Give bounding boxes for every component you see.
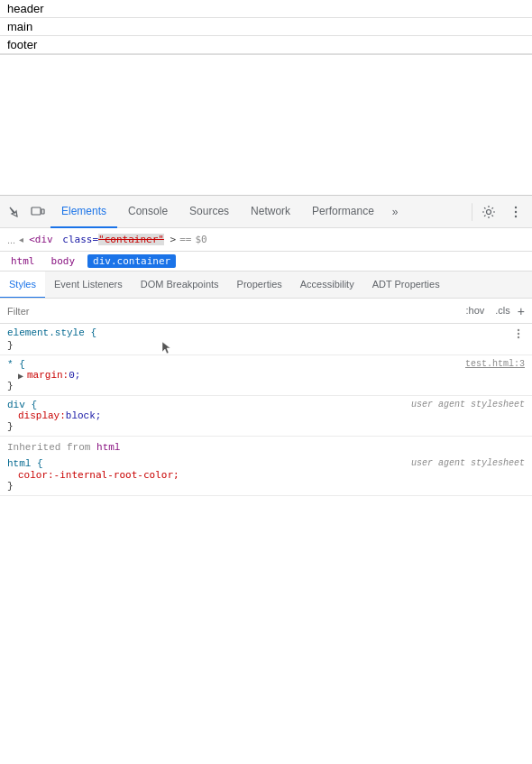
rule-header-div: div { user agent stylesheet xyxy=(7,400,525,410)
css-rule-star: * { test.html:3 ▶ margin: 0; } xyxy=(0,355,532,396)
bc-html[interactable]: html xyxy=(7,253,39,269)
breadcrumb-row2: html body div.container xyxy=(0,252,532,272)
breadcrumb-class-value: "container" xyxy=(98,234,164,245)
svg-point-8 xyxy=(518,336,519,338)
devtools-panel: Elements Console Sources Network Perform… xyxy=(0,195,532,496)
selector-star[interactable]: * { xyxy=(7,359,25,370)
css-rule-div: div { user agent stylesheet display: blo… xyxy=(0,396,532,437)
expand-margin-icon[interactable]: ▶ xyxy=(18,371,27,380)
breadcrumb-class-attr: class= xyxy=(57,234,98,245)
svg-point-2 xyxy=(487,209,491,214)
devtools-tabs: Elements Console Sources Network Perform… xyxy=(50,196,472,228)
devtools-breadcrumb: ... ◂ <div class= "container" > == $0 xyxy=(0,228,532,252)
tab-console[interactable]: Console xyxy=(117,196,179,228)
tab-network[interactable]: Network xyxy=(240,196,301,228)
svg-point-3 xyxy=(515,206,517,207)
svg-rect-0 xyxy=(32,207,41,215)
selector-div[interactable]: div { xyxy=(7,400,37,410)
filter-buttons: :hov .cls + xyxy=(463,304,525,318)
settings-separator xyxy=(472,203,472,221)
cursor-pointer xyxy=(161,341,171,358)
empty-area xyxy=(0,55,532,195)
inspect-icon[interactable] xyxy=(4,201,25,223)
rule-close-html: } xyxy=(7,481,14,492)
styles-panel: :hov .cls + element.style { xyxy=(0,299,532,496)
rule-header-html: html { user agent stylesheet xyxy=(7,458,525,469)
page-footer-label: footer xyxy=(0,36,532,54)
toolbar-right-icons xyxy=(472,201,528,223)
tab-sources[interactable]: Sources xyxy=(179,196,240,228)
cls-button[interactable]: .cls xyxy=(491,304,514,318)
breadcrumb-ellipsis: ... xyxy=(7,235,15,245)
prop-value-margin[interactable]: 0; xyxy=(69,370,80,381)
ua-label-div: user agent stylesheet xyxy=(411,400,525,410)
subtab-event-listeners[interactable]: Event Listeners xyxy=(45,272,132,299)
rule-header-star: * { test.html:3 xyxy=(7,359,525,370)
rule-close-div: } xyxy=(7,421,14,432)
breadcrumb-div-close: > xyxy=(164,234,176,245)
svg-point-6 xyxy=(518,329,519,331)
breadcrumb-arrow: ◂ xyxy=(19,235,23,244)
breadcrumb-dollar: $0 xyxy=(195,234,206,245)
css-rule-element-style: element.style { } xyxy=(0,324,532,355)
svg-point-7 xyxy=(518,333,519,335)
bc-div-container[interactable]: div.container xyxy=(87,254,176,268)
svg-point-5 xyxy=(515,215,517,216)
prop-value-color[interactable]: -internal-root-color; xyxy=(54,469,179,481)
rule-header-element-style: element.style { xyxy=(7,327,525,340)
bc-body[interactable]: body xyxy=(48,253,79,269)
device-toggle-icon[interactable] xyxy=(27,201,49,223)
property-display: display: block; xyxy=(7,410,525,421)
rule-actions xyxy=(512,327,525,340)
tab-performance[interactable]: Performance xyxy=(301,196,385,228)
page-main-label: main xyxy=(0,18,532,36)
breadcrumb-div-tag[interactable]: <div xyxy=(25,232,57,247)
page-content: header main footer xyxy=(0,0,532,55)
page-header-label: header xyxy=(0,0,532,18)
breadcrumb-equals: == xyxy=(179,234,191,245)
subtab-styles[interactable]: Styles xyxy=(0,272,45,299)
prop-name-margin[interactable]: margin: xyxy=(27,370,69,381)
prop-name-color[interactable]: color: xyxy=(18,470,54,481)
selector-element-style[interactable]: element.style { xyxy=(7,327,96,338)
inherited-tag[interactable]: html xyxy=(96,442,120,453)
inherited-label: Inherited from xyxy=(7,442,96,453)
hov-button[interactable]: :hov xyxy=(463,304,489,318)
css-rule-html: html { user agent stylesheet color: -int… xyxy=(0,455,532,496)
add-style-button[interactable]: + xyxy=(518,304,525,318)
devtools-settings-icon[interactable] xyxy=(478,201,500,223)
source-test-html[interactable]: test.html:3 xyxy=(465,359,525,369)
devtools-subtabs: Styles Event Listeners DOM Breakpoints P… xyxy=(0,272,532,299)
ua-label-html: user agent stylesheet xyxy=(411,458,525,468)
rule-close-star: } xyxy=(7,381,14,391)
subtab-properties[interactable]: Properties xyxy=(228,272,291,299)
prop-value-block[interactable]: block; xyxy=(66,410,102,421)
subtab-dom-breakpoints[interactable]: DOM Breakpoints xyxy=(132,272,228,299)
property-color: color: -internal-root-color; xyxy=(7,469,525,481)
devtools-more-icon[interactable] xyxy=(505,201,527,223)
tab-more-button[interactable]: » xyxy=(385,196,406,228)
filter-input[interactable] xyxy=(7,306,463,317)
subtab-adt-properties[interactable]: ADT Properties xyxy=(363,272,449,299)
svg-rect-1 xyxy=(41,209,44,214)
subtab-accessibility[interactable]: Accessibility xyxy=(291,272,363,299)
selector-html[interactable]: html { xyxy=(7,458,43,469)
inherited-section: Inherited from html xyxy=(0,437,532,455)
devtools-toolbar: Elements Console Sources Network Perform… xyxy=(0,196,532,228)
prop-name-display[interactable]: display: xyxy=(18,410,66,421)
filter-bar: :hov .cls + xyxy=(0,299,532,324)
svg-point-4 xyxy=(515,210,517,212)
rule-more-icon[interactable] xyxy=(512,327,525,340)
property-margin: ▶ margin: 0; xyxy=(7,370,525,381)
rule-close-element-style: } xyxy=(7,340,14,351)
tab-elements[interactable]: Elements xyxy=(50,196,117,228)
